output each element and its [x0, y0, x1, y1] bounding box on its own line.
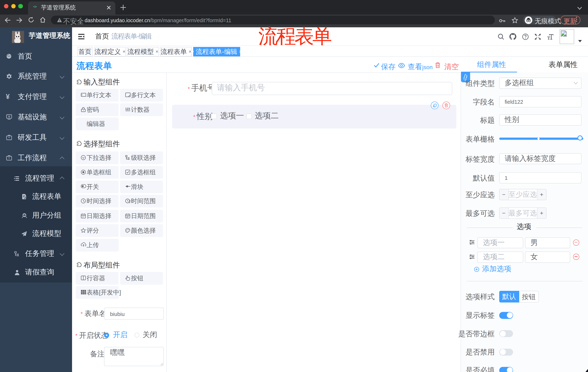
svg-text:123: 123	[125, 107, 130, 110]
